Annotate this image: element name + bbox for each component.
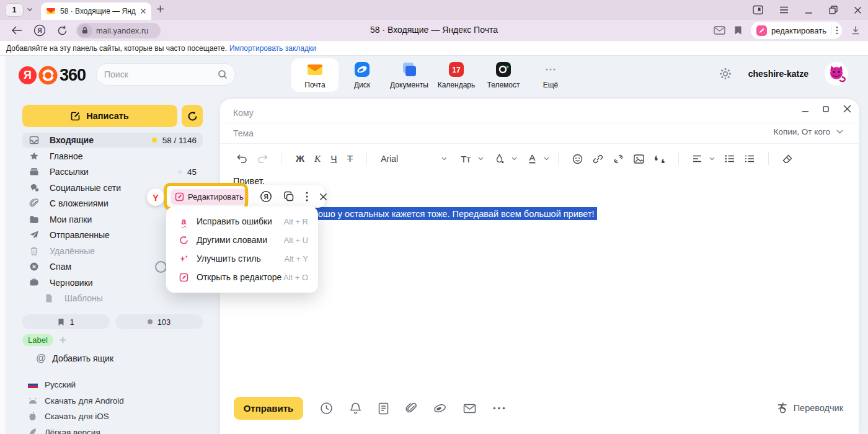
cc-from-toggle[interactable]: Копии, От кого [774,127,843,136]
username[interactable]: cheshire-katze [748,69,808,79]
unlink-icon[interactable] [608,154,629,164]
quote-icon[interactable] [649,155,670,163]
font-family-select[interactable]: Arial [376,154,403,164]
browser-panel-icon[interactable] [753,5,763,15]
light-version-link[interactable]: Лёгкая версия [27,425,124,434]
avatar[interactable] [825,62,848,86]
mailings-icon [29,167,39,177]
popup-copy-icon[interactable] [278,191,300,202]
download-android-link[interactable]: Скачать для Android [27,393,124,409]
search-icon[interactable] [218,69,228,79]
italic-button[interactable]: К [309,153,326,164]
window-minimize-icon[interactable] [805,6,813,14]
app-mail[interactable]: Почта [291,58,339,92]
fill-color-chevron-icon[interactable] [512,157,517,161]
edit-extension-more-icon[interactable] [836,26,838,35]
app-switcher: Почта Диск Документы 17 Календарь Телемо… [291,58,574,92]
compose-minimize-icon[interactable] [802,105,809,113]
fill-color-button[interactable] [490,154,509,164]
app-disk[interactable]: Диск [339,58,386,92]
attach-file-icon[interactable] [405,402,417,415]
translator-button[interactable]: Переводчик [776,402,843,414]
bookmark-filter-badge[interactable]: 1 [22,314,110,329]
to-field[interactable] [233,108,667,118]
app-documents[interactable]: Документы [386,58,433,92]
schedule-send-icon[interactable] [320,402,333,415]
browser-tab[interactable]: 58 · Входящие — Яндек [41,2,151,20]
sidebar-item-inbox[interactable]: Входящие 58 / 1146 [22,133,203,148]
tab-close-icon[interactable] [140,8,146,14]
language-link[interactable]: Русский [27,377,124,393]
font-size-select[interactable]: Tт [456,154,476,164]
svg-text:17: 17 [452,66,461,74]
fix-errors-icon: a [179,216,189,226]
download-ios-link[interactable]: Скачать для iOS [27,409,124,425]
yandex-360-logo[interactable]: Я 360 [19,66,86,85]
sidebar-item-templates[interactable]: Шаблоны [22,291,203,306]
link-icon[interactable] [588,154,608,164]
window-close-icon[interactable] [854,6,862,14]
svg-text:Я: Я [264,193,268,200]
mail-chrome-icon[interactable] [714,26,725,35]
add-label-icon[interactable] [59,336,67,344]
app-more[interactable]: Ещё [527,58,574,92]
spam-icon [29,262,39,272]
popup-yandex-search-icon[interactable]: Я [254,190,278,203]
yandex-browser-badge[interactable]: Y [147,188,164,206]
refresh-mail-button[interactable] [182,105,203,127]
emoji-icon[interactable] [567,154,588,164]
numbered-list-icon[interactable] [740,155,760,162]
search-input[interactable] [104,69,210,79]
font-family-chevron-icon[interactable] [441,157,447,161]
text-color-button[interactable] [523,154,541,164]
send-button[interactable]: Отправить [234,397,303,420]
browser-edit-extension-button[interactable]: редактировать [751,22,842,39]
app-calendar[interactable]: 17 Календарь [433,58,480,92]
compose-button[interactable]: Написать [22,105,177,127]
reminder-bell-icon[interactable] [350,402,361,415]
settings-gear-icon[interactable] [719,67,732,81]
undo-icon[interactable] [232,154,252,163]
new-tab-button[interactable] [156,5,164,13]
tab-list-chevron-icon[interactable] [26,6,33,13]
text-color-chevron-icon[interactable] [544,157,549,161]
attach-from-mail-icon[interactable] [463,404,476,414]
sidebar-item-mailings[interactable]: Рассылки 45 [22,164,203,179]
sidebar-item-main[interactable]: Главное [22,149,203,164]
menu-item-improve-style[interactable]: Улучшить стиль Alt + Y [166,249,318,268]
add-mailbox-button[interactable]: @ Добавить ящик [36,353,113,364]
app-telemost[interactable]: Телемост [480,58,527,92]
font-size-chevron-icon[interactable] [478,157,484,161]
align-icon[interactable] [688,155,707,162]
popup-close-icon[interactable] [314,193,333,201]
search-box[interactable] [96,63,236,86]
attach-from-disk-icon[interactable] [433,402,446,414]
strikethrough-button[interactable]: Т [342,153,358,164]
underline-button[interactable]: Ч [326,153,342,164]
insert-image-icon[interactable] [629,154,649,164]
edit-extension-label: редактировать [771,26,826,35]
dot-badge-count: 103 [157,317,171,327]
menu-item-fix-errors[interactable]: a Исправить ошибки Alt + R [166,212,318,231]
downloads-icon[interactable] [851,25,861,35]
compose-close-icon[interactable] [843,104,852,113]
tab-counter-badge[interactable]: 1 [5,3,24,17]
bookmark-chrome-icon[interactable] [734,25,742,35]
dot-filter-badge[interactable]: 103 [115,314,203,329]
menu-item-open-in-editor[interactable]: Открыть в редакторе Alt + O [166,268,318,286]
more-options-icon[interactable] [493,407,505,410]
import-bookmarks-link[interactable]: Импортировать закладки [229,44,316,53]
eraser-icon[interactable] [777,154,797,164]
label-tag[interactable]: Label [22,334,53,346]
menu-item-rephrase[interactable]: Другими словами Alt + U [166,231,318,249]
redo-icon[interactable] [252,154,273,163]
bold-button[interactable]: Ж [291,153,309,164]
subject-field[interactable] [233,128,667,138]
popup-more-icon[interactable] [300,192,314,202]
bullet-list-icon[interactable] [720,155,740,162]
compose-expand-icon[interactable] [823,106,829,112]
notes-icon[interactable] [378,402,389,415]
browser-menu-icon[interactable] [779,6,789,14]
window-restore-icon[interactable] [829,6,838,14]
align-chevron-icon[interactable] [709,157,715,161]
